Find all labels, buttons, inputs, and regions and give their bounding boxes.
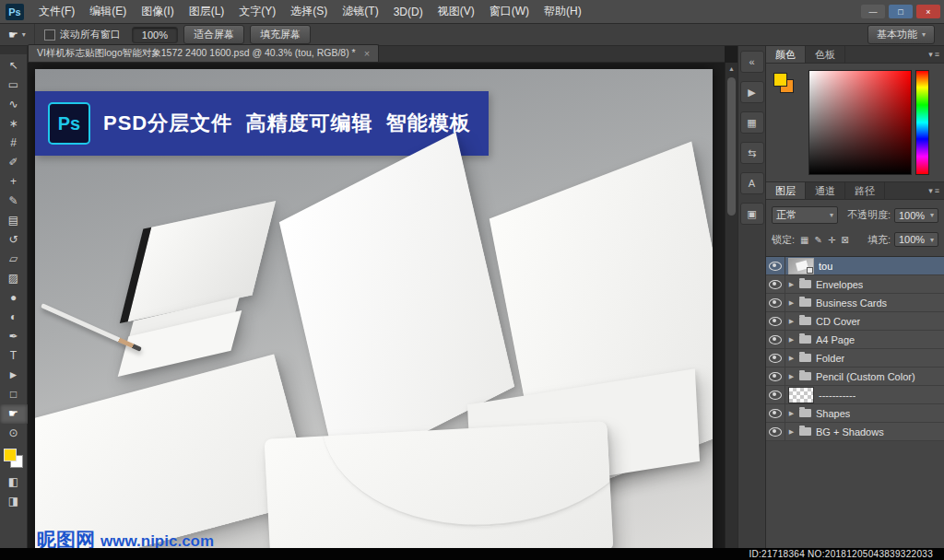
blend-mode-dropdown[interactable]: 正常 ▾ bbox=[772, 206, 838, 224]
menu-item-view[interactable]: 视图(V) bbox=[431, 4, 482, 19]
dodge-tool[interactable]: ◐ bbox=[0, 308, 28, 327]
visibility-toggle[interactable] bbox=[766, 275, 785, 293]
fit-screen-button[interactable]: 适合屏幕 bbox=[183, 25, 244, 44]
scroll-all-windows-checkbox[interactable] bbox=[44, 29, 55, 41]
tab-swatches[interactable]: 色板 bbox=[806, 46, 845, 63]
layer-row-divider[interactable]: ----------- bbox=[766, 386, 944, 404]
menu-item-3d[interactable]: 3D(D) bbox=[386, 6, 431, 18]
foreground-color-mini-swatch[interactable] bbox=[773, 73, 787, 87]
lasso-tool[interactable]: ∿ bbox=[0, 95, 28, 114]
document-tab[interactable]: VI样机标志贴图logo智能对象1572 2400 1600.psd @ 40.… bbox=[28, 44, 379, 62]
blur-tool[interactable]: ● bbox=[0, 288, 28, 308]
expand-triangle-icon[interactable]: ▶ bbox=[785, 299, 797, 307]
move-tool[interactable]: ↖ bbox=[0, 56, 28, 76]
visibility-toggle[interactable] bbox=[766, 386, 785, 403]
saturation-picker[interactable] bbox=[808, 70, 912, 175]
histogram-panel-icon[interactable]: ▦ bbox=[740, 111, 764, 134]
lock-all-icon[interactable]: ⊠ bbox=[841, 235, 848, 245]
tab-layers[interactable]: 图层 bbox=[766, 182, 806, 199]
layer-row-pencil[interactable]: ▶ Pencil (Custom Color) bbox=[766, 368, 944, 386]
color-swatches[interactable] bbox=[0, 445, 28, 472]
character-panel-icon[interactable]: A bbox=[740, 172, 764, 194]
layer-row-business-cards[interactable]: ▶ Business Cards bbox=[766, 294, 944, 312]
actual-pixels-button[interactable]: 100% bbox=[132, 27, 178, 43]
menu-item-select[interactable]: 选择(S) bbox=[283, 4, 335, 19]
minimize-button[interactable]: — bbox=[861, 5, 885, 18]
panel-menu-icon[interactable]: ▾ ≡ bbox=[928, 46, 944, 63]
lock-pixels-icon[interactable]: ✎ bbox=[815, 235, 822, 245]
pen-tool[interactable]: ✒ bbox=[0, 327, 28, 346]
type-tool[interactable]: T bbox=[0, 346, 28, 366]
expand-triangle-icon[interactable]: ▶ bbox=[785, 318, 797, 325]
workspace-switcher[interactable]: 基本功能 ▾ bbox=[867, 25, 935, 44]
close-button[interactable]: × bbox=[916, 5, 940, 18]
panel-menu-icon[interactable]: ▾ ≡ bbox=[928, 182, 944, 199]
layer-row-bg-shadows[interactable]: ▶ BG + Shadows bbox=[766, 423, 944, 441]
toolbar-grip[interactable] bbox=[0, 46, 27, 54]
hue-slider[interactable] bbox=[915, 70, 929, 175]
shape-tool[interactable]: □ bbox=[0, 385, 28, 404]
eraser-tool[interactable]: ▱ bbox=[0, 250, 28, 269]
vertical-scrollbar[interactable]: ▲ ▼ bbox=[725, 63, 738, 560]
marquee-tool[interactable]: ▭ bbox=[0, 76, 28, 95]
screen-mode-button[interactable]: ◨ bbox=[0, 492, 28, 511]
visibility-toggle[interactable] bbox=[766, 257, 785, 274]
layer-row-envelopes[interactable]: ▶ Envelopes bbox=[766, 275, 944, 294]
navigator-panel-icon[interactable]: ▶ bbox=[740, 81, 764, 103]
expand-triangle-icon[interactable]: ▶ bbox=[785, 410, 797, 417]
expand-triangle-icon[interactable]: ▶ bbox=[785, 373, 797, 380]
layer-row-cd-cover[interactable]: ▶ CD Cover bbox=[766, 312, 944, 331]
quick-mask-button[interactable]: ◧ bbox=[0, 472, 28, 492]
zoom-tool[interactable]: ⊙ bbox=[0, 424, 28, 443]
canvas-area[interactable]: Ps PSD分层文件 高精度可编辑 智能模板 昵图网 www.nipic.com bbox=[28, 63, 725, 560]
layer-row-shapes[interactable]: ▶ Shapes bbox=[766, 404, 944, 423]
tab-paths[interactable]: 路径 bbox=[845, 182, 885, 199]
fill-dropdown[interactable]: 100% ▾ bbox=[894, 232, 938, 247]
menu-item-help[interactable]: 帮助(H) bbox=[537, 4, 589, 19]
tab-channels[interactable]: 通道 bbox=[806, 182, 845, 199]
lock-transparency-icon[interactable]: ▦ bbox=[800, 235, 808, 245]
expand-triangle-icon[interactable]: ▶ bbox=[785, 355, 797, 362]
brush-tool[interactable]: ✎ bbox=[0, 192, 28, 211]
layer-thumbnail[interactable] bbox=[788, 258, 814, 274]
visibility-toggle[interactable] bbox=[766, 404, 785, 422]
eyedropper-tool[interactable]: ✐ bbox=[0, 153, 28, 172]
visibility-toggle[interactable] bbox=[766, 331, 785, 348]
tab-color[interactable]: 颜色 bbox=[766, 46, 806, 63]
healing-brush-tool[interactable]: + bbox=[0, 172, 28, 192]
collapse-panels-icon[interactable]: « bbox=[740, 51, 764, 73]
hand-tool[interactable]: ☛ bbox=[0, 404, 28, 424]
transparent-layer-thumbnail[interactable] bbox=[788, 387, 814, 403]
menu-item-layer[interactable]: 图层(L) bbox=[182, 4, 232, 19]
visibility-toggle[interactable] bbox=[766, 368, 785, 385]
layer-row-folder[interactable]: ▶ Folder bbox=[766, 349, 944, 368]
visibility-toggle[interactable] bbox=[766, 423, 785, 440]
notes-panel-icon[interactable]: ▣ bbox=[740, 203, 764, 225]
visibility-toggle[interactable] bbox=[766, 349, 785, 367]
tool-preset-dropdown[interactable]: ☛ ▾ bbox=[0, 24, 35, 45]
gradient-tool[interactable]: ▨ bbox=[0, 269, 28, 288]
layer-row-tou[interactable]: tou bbox=[766, 257, 944, 275]
menu-item-file[interactable]: 文件(F) bbox=[31, 4, 82, 19]
menu-item-type[interactable]: 文字(Y) bbox=[231, 4, 283, 19]
path-selection-tool[interactable]: ► bbox=[0, 366, 28, 385]
menu-item-filter[interactable]: 滤镜(T) bbox=[335, 4, 385, 19]
scroll-up-icon[interactable]: ▲ bbox=[726, 63, 738, 75]
history-brush-tool[interactable]: ↺ bbox=[0, 230, 28, 250]
scrollbar-thumb[interactable] bbox=[727, 77, 736, 216]
tab-close-icon[interactable]: × bbox=[364, 48, 370, 59]
foreground-color-swatch[interactable] bbox=[4, 449, 17, 461]
menu-item-window[interactable]: 窗口(W) bbox=[482, 4, 537, 19]
maximize-button[interactable]: □ bbox=[889, 5, 913, 18]
quick-selection-tool[interactable]: ∗ bbox=[0, 114, 28, 134]
3d-panel-icon[interactable]: ⇆ bbox=[740, 142, 764, 164]
opacity-dropdown[interactable]: 100% ▾ bbox=[894, 208, 938, 223]
clone-stamp-tool[interactable]: ▤ bbox=[0, 211, 28, 230]
crop-tool[interactable]: # bbox=[0, 134, 28, 153]
visibility-toggle[interactable] bbox=[766, 294, 785, 311]
expand-triangle-icon[interactable]: ▶ bbox=[785, 281, 797, 288]
menu-item-edit[interactable]: 编辑(E) bbox=[82, 4, 134, 19]
visibility-toggle[interactable] bbox=[766, 312, 785, 330]
expand-triangle-icon[interactable]: ▶ bbox=[785, 336, 797, 344]
layer-row-a4-page[interactable]: ▶ A4 Page bbox=[766, 331, 944, 349]
